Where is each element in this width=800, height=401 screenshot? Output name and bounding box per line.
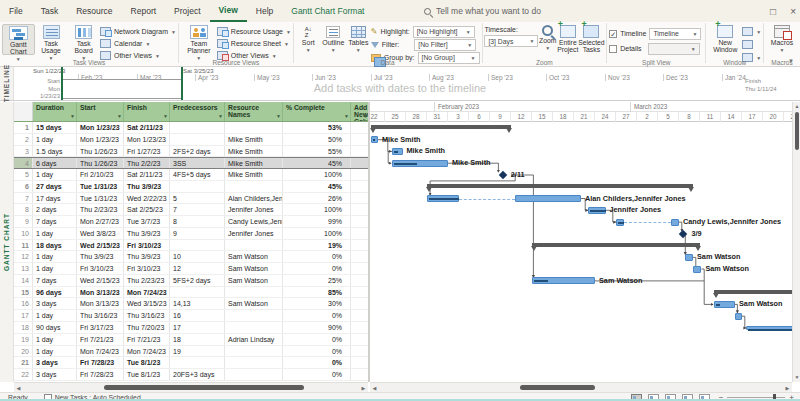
- cell-percent-complete[interactable]: 25%: [283, 275, 351, 286]
- filter-arrow-icon[interactable]: ▼: [276, 113, 281, 120]
- table-row[interactable]: 627 daysTue 1/31/23Thu 3/9/2345%: [14, 181, 368, 193]
- entire-project-button[interactable]: Entire Project: [557, 24, 578, 55]
- cell-start[interactable]: Fri 3/17/23: [77, 322, 124, 333]
- gantt-bar-task[interactable]: [671, 219, 679, 226]
- cell-percent-complete[interactable]: 0%: [283, 334, 351, 345]
- zoom-slider-thumb[interactable]: [773, 394, 776, 401]
- gantt-pane-label-strip[interactable]: GANTT CHART: [0, 102, 14, 382]
- gantt-bar-summary[interactable]: [532, 243, 700, 247]
- zoom-in-button[interactable]: +: [789, 393, 794, 401]
- cell-percent-complete[interactable]: 0%: [283, 310, 351, 321]
- cell-finish[interactable]: Sat 2/11/23: [124, 169, 170, 180]
- cell-percent-complete[interactable]: 53%: [283, 122, 351, 133]
- cell-predecessors[interactable]: [170, 181, 225, 192]
- cell-start[interactable]: Tue 1/31/23: [77, 181, 124, 192]
- cell-resource-names[interactable]: Sam Watson: [225, 275, 283, 286]
- row-number[interactable]: 5: [14, 169, 33, 180]
- scrollbar-thumb[interactable]: [795, 112, 799, 150]
- cell-duration[interactable]: 15 days: [33, 122, 77, 133]
- resource-sheet-view-button[interactable]: [682, 394, 693, 401]
- row-number[interactable]: 8: [14, 204, 33, 215]
- table-row[interactable]: 201 dayMon 7/24/23Mon 7/24/23190%: [14, 346, 368, 358]
- macros-button[interactable]: Macros▼: [766, 24, 798, 55]
- cell-percent-complete[interactable]: 45%: [283, 181, 351, 192]
- cell-duration[interactable]: 3 days: [33, 298, 77, 309]
- cell-start[interactable]: Fri 3/10/23: [77, 263, 124, 274]
- scrollbar-thumb[interactable]: [104, 385, 304, 390]
- cell-duration[interactable]: 1.5 days: [33, 146, 77, 157]
- resource-usage-button[interactable]: Resource Usage▼: [217, 26, 291, 37]
- cell-finish[interactable]: Thu 3/16/23: [124, 310, 170, 321]
- cell-add-new[interactable]: [351, 263, 368, 274]
- row-number[interactable]: 15: [14, 287, 33, 298]
- cell-resource-names[interactable]: Adrian Lindsay: [225, 334, 283, 345]
- cell-predecessors[interactable]: 10: [170, 251, 225, 262]
- gantt-bar-summary[interactable]: [427, 184, 693, 188]
- task-board-button[interactable]: Task Board▼: [67, 24, 100, 55]
- table-row[interactable]: 46 daysThu 1/26/23Thu 2/2/233SSMike Smit…: [14, 157, 368, 169]
- restore-window-icon[interactable]: □: [770, 6, 776, 17]
- cell-percent-complete[interactable]: 0%: [283, 357, 351, 368]
- filter-arrow-icon[interactable]: ▼: [344, 113, 349, 120]
- outline-button[interactable]: Outline▼: [321, 24, 346, 53]
- cell-resource-names[interactable]: [225, 357, 283, 368]
- cell-finish[interactable]: Wed 3/15/23: [124, 298, 170, 309]
- table-row[interactable]: 51 dayFri 2/10/23Sat 2/11/234FS+5 daysMi…: [14, 169, 368, 181]
- cell-predecessors[interactable]: 14,13: [170, 298, 225, 309]
- cell-resource-names[interactable]: [225, 287, 283, 298]
- cell-duration[interactable]: 1 day: [33, 169, 77, 180]
- row-number[interactable]: 22: [14, 369, 33, 380]
- cell-predecessors[interactable]: 8: [170, 216, 225, 227]
- cell-finish[interactable]: Thu 2/2/23: [124, 158, 170, 168]
- cell-add-new[interactable]: [351, 275, 368, 286]
- row-number[interactable]: 16: [14, 298, 33, 309]
- timeline-placeholder[interactable]: Add tasks with dates to the timeline: [0, 82, 800, 94]
- task-usage-button[interactable]: Task Usage▼: [35, 24, 68, 55]
- cell-duration[interactable]: 1 day: [33, 334, 77, 345]
- cell-predecessors[interactable]: 17: [170, 322, 225, 333]
- filter-arrow-icon[interactable]: ▼: [70, 113, 75, 120]
- cell-predecessors[interactable]: 3SS: [170, 158, 225, 168]
- cell-resource-names[interactable]: Mike Smith: [225, 169, 283, 180]
- cell-duration[interactable]: 6 days: [33, 158, 77, 168]
- gantt-bar-task[interactable]: [714, 301, 735, 308]
- cell-start[interactable]: Tue 1/31/23: [77, 193, 124, 204]
- cell-duration[interactable]: 1 day: [33, 228, 77, 239]
- cell-percent-complete[interactable]: 55%: [283, 146, 351, 157]
- cell-finish[interactable]: Fri 1/27/23: [124, 146, 170, 157]
- tables-button[interactable]: Tables▼: [346, 24, 371, 53]
- cell-resource-names[interactable]: Mike Smith: [225, 146, 283, 157]
- table-row[interactable]: 121 dayThu 3/9/23Thu 3/9/2310Sam Watson0…: [14, 251, 368, 263]
- row-number[interactable]: 19: [14, 334, 33, 345]
- gantt-bar-task[interactable]: [427, 195, 459, 202]
- zoom-out-button[interactable]: −: [719, 393, 724, 401]
- cell-start[interactable]: Mon 3/13/23: [77, 298, 124, 309]
- close-window-icon[interactable]: ×: [790, 6, 796, 17]
- tab-help[interactable]: Help: [247, 0, 282, 22]
- cell-finish[interactable]: Wed 2/22/23: [124, 193, 170, 204]
- timescale-dropdown[interactable]: [3] Days▼: [484, 35, 538, 47]
- cell-start[interactable]: Mon 2/27/23: [77, 216, 124, 227]
- cell-finish[interactable]: Thu 3/9/23: [124, 181, 170, 192]
- team-planner-button[interactable]: Team Planner▼: [181, 24, 217, 55]
- row-number[interactable]: 6: [14, 181, 33, 192]
- cell-predecessors[interactable]: 18: [170, 334, 225, 345]
- cell-duration[interactable]: 18 days: [33, 240, 77, 251]
- cell-start[interactable]: Wed 3/8/23: [77, 228, 124, 239]
- cell-resource-names[interactable]: Jennifer Jones: [225, 228, 283, 239]
- gantt-bar-task[interactable]: [746, 326, 793, 330]
- cell-resource-names[interactable]: [225, 346, 283, 357]
- cell-predecessors[interactable]: 20FS+3 days: [170, 369, 225, 380]
- table-row[interactable]: 163 daysMon 3/13/23Wed 3/15/2314,13Sam W…: [14, 298, 368, 310]
- cell-add-new[interactable]: [351, 134, 368, 145]
- cell-percent-complete[interactable]: 0%: [283, 263, 351, 274]
- gantt-bar-task[interactable]: [616, 219, 624, 226]
- cell-finish[interactable]: Mon 7/24/23: [124, 346, 170, 357]
- scroll-up-icon[interactable]: ▲: [793, 102, 800, 111]
- cell-finish[interactable]: Tue 8/1/23: [124, 357, 170, 368]
- cell-finish[interactable]: Thu 2/23/23: [124, 275, 170, 286]
- tab-gantt-chart-format[interactable]: Gantt Chart Format: [282, 0, 373, 22]
- filter-arrow-icon[interactable]: ▼: [163, 113, 168, 120]
- table-row[interactable]: 223 daysFri 7/28/23Tue 8/1/2320FS+3 days…: [14, 369, 368, 381]
- cell-start[interactable]: Fri 7/28/23: [77, 369, 124, 380]
